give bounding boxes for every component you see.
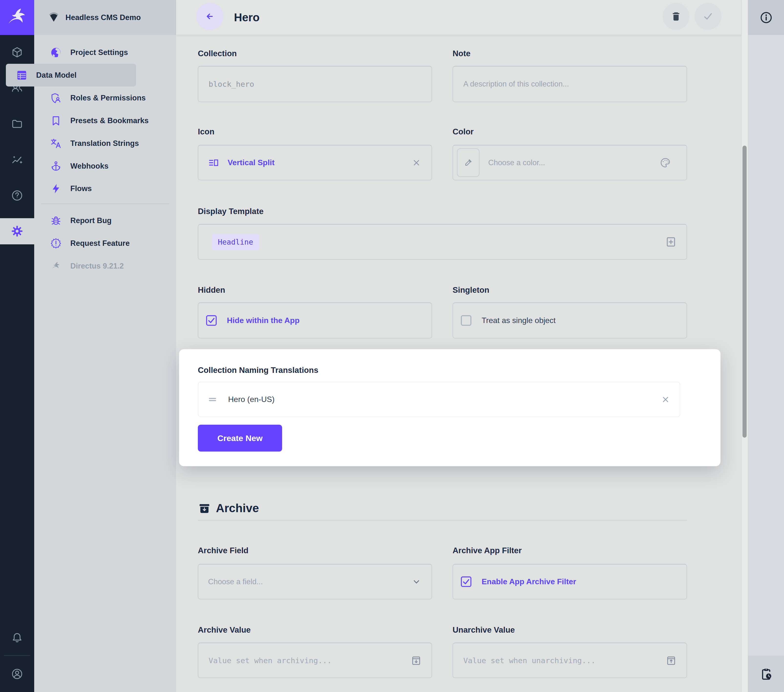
info-icon [760, 11, 772, 24]
clipboard-clock-icon [759, 667, 773, 680]
content-cube-icon [11, 46, 23, 58]
directus-logo[interactable] [0, 0, 34, 35]
save-button[interactable] [695, 3, 721, 30]
sidebar-item-label: Project Settings [70, 48, 128, 57]
unarchive-value-input[interactable] [463, 656, 665, 665]
archive-value-label: Archive Value [198, 625, 250, 634]
sidebar-item-data-model[interactable]: Data Model [6, 64, 136, 86]
delete-collection-button[interactable] [663, 3, 690, 30]
sidebar-divider [41, 203, 169, 204]
directus-rabbit-icon [7, 7, 28, 28]
hidden-label: Hidden [198, 286, 225, 295]
icon-field[interactable]: Vertical Split [198, 145, 432, 180]
directus-app: Headless CMS Demo Project Settings Data … [0, 0, 784, 692]
unarchive-up-icon [665, 655, 677, 666]
sidebar-item-project-settings[interactable]: Project Settings [34, 41, 176, 64]
sidebar-item-webhooks[interactable]: Webhooks [34, 155, 176, 177]
sidebar-item-flows[interactable]: Flows [34, 177, 176, 200]
drag-handle-icon[interactable] [207, 394, 218, 405]
notifications-button[interactable] [0, 632, 34, 644]
color-field[interactable]: Choose a color... [453, 145, 687, 180]
check-icon [702, 10, 714, 23]
checkbox-unchecked-icon[interactable] [460, 315, 472, 326]
archive-divider [198, 520, 687, 520]
sidebar-item-label: Webhooks [70, 162, 109, 170]
module-settings[interactable] [0, 225, 34, 237]
translate-icon [50, 138, 61, 149]
template-chip-headline[interactable]: Headline [212, 234, 259, 250]
bolt-icon [50, 183, 61, 194]
eyedropper-button[interactable] [457, 148, 479, 177]
project-name: Headless CMS Demo [66, 13, 141, 22]
sidebar-item-presets-bookmarks[interactable]: Presets & Bookmarks [34, 109, 176, 132]
singleton-label: Singleton [453, 286, 489, 295]
arrow-left-icon [204, 10, 216, 22]
sidebar-item-label: Data Model [36, 71, 76, 80]
translation-row[interactable]: Hero (en-US) [198, 382, 680, 417]
module-content[interactable] [0, 46, 34, 58]
note-field [453, 66, 687, 102]
version-label: Directus 9.21.2 [70, 262, 124, 271]
sidebar-version: Directus 9.21.2 [34, 254, 176, 277]
archive-icon [198, 502, 211, 514]
module-insights[interactable] [0, 154, 34, 166]
archive-value-field [198, 642, 432, 678]
clear-icon-x[interactable] [411, 157, 422, 168]
anchor-icon [50, 160, 61, 172]
unarchive-value-label: Unarchive Value [453, 625, 515, 634]
vertical-split-icon [208, 157, 219, 168]
translations-label: Collection Naming Translations [198, 365, 318, 375]
sidebar-item-request-feature[interactable]: Request Feature [34, 232, 176, 254]
translation-item-label: Hero (en-US) [228, 395, 275, 404]
revisions-sidebar-button[interactable] [748, 656, 784, 692]
singleton-field[interactable]: Treat as single object [453, 302, 687, 339]
archive-app-filter-label: Archive App Filter [453, 546, 522, 555]
page-title: Hero [234, 11, 260, 24]
archive-app-filter-field[interactable]: Enable App Archive Filter [453, 564, 687, 600]
singleton-checkbox-label: Treat as single object [482, 316, 556, 325]
globe-icon [50, 47, 61, 58]
archive-value-input[interactable] [208, 656, 410, 665]
sidebar-item-report-bug[interactable]: Report Bug [34, 209, 176, 232]
new-releases-icon [50, 238, 61, 249]
display-template-field[interactable]: Headline [198, 224, 687, 260]
add-field-icon[interactable] [665, 236, 677, 248]
module-help[interactable] [0, 190, 34, 201]
create-new-button[interactable]: Create New [198, 425, 282, 452]
bookmark-icon [50, 115, 61, 126]
info-sidebar-button[interactable] [748, 0, 784, 35]
note-input[interactable] [463, 79, 677, 89]
files-folder-icon [11, 118, 23, 130]
palette-icon[interactable] [660, 157, 671, 168]
project-signal-icon [47, 11, 61, 25]
table-icon [16, 69, 27, 81]
back-button[interactable] [196, 3, 223, 30]
page-header [176, 0, 741, 35]
sidebar-item-label: Report Bug [70, 216, 112, 225]
checkbox-checked-icon[interactable] [460, 576, 472, 588]
archive-field-placeholder: Choose a field... [208, 577, 263, 586]
notifications-bell-icon [11, 632, 23, 644]
module-files[interactable] [0, 118, 34, 130]
hidden-field[interactable]: Hide within the App [198, 302, 432, 339]
sidebar-item-label: Roles & Permissions [70, 94, 146, 102]
scrollbar-thumb[interactable] [743, 145, 747, 438]
archive-app-filter-checkbox-label: Enable App Archive Filter [482, 577, 576, 586]
checkbox-checked-icon[interactable] [206, 315, 217, 326]
sidebar-item-label: Request Feature [70, 239, 130, 248]
sidebar-item-translation-strings[interactable]: Translation Strings [34, 132, 176, 155]
settings-gear-icon [11, 225, 23, 237]
account-button[interactable] [0, 668, 34, 680]
remove-translation-icon[interactable] [660, 394, 671, 405]
display-template-label: Display Template [198, 207, 264, 216]
shield-person-icon [50, 92, 61, 104]
sidebar-item-label: Presets & Bookmarks [70, 116, 149, 125]
icon-value: Vertical Split [227, 158, 275, 167]
archive-down-icon [410, 655, 422, 666]
archive-field-select[interactable]: Choose a field... [198, 564, 432, 600]
project-header[interactable]: Headless CMS Demo [34, 0, 176, 35]
chevron-down-icon[interactable] [411, 576, 422, 587]
collection-field [198, 66, 432, 102]
note-label: Note [453, 49, 470, 58]
sidebar-item-roles-permissions[interactable]: Roles & Permissions [34, 86, 176, 109]
